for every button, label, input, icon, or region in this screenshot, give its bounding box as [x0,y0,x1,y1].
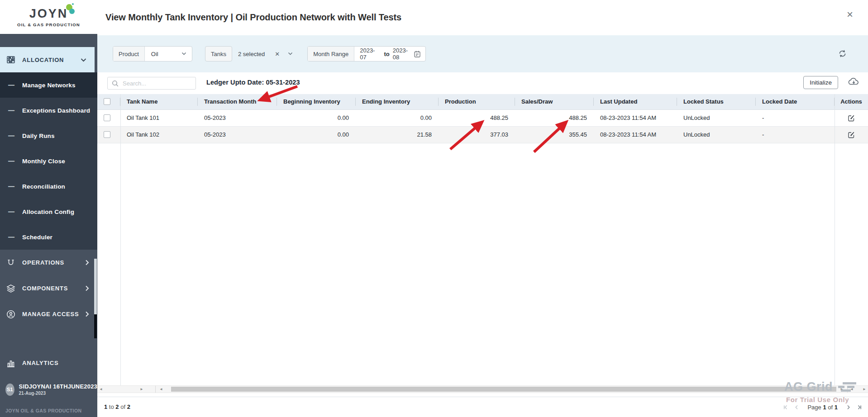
chevron-right-icon [85,260,89,265]
brand-logo-icon [66,3,78,17]
row-checkbox[interactable] [104,131,110,138]
table-row[interactable]: Oil Tank 102 05-2023 0.00 21.58 377.03 3… [97,126,868,143]
cell-transaction-month: 05-2023 [198,126,277,143]
tanks-filter-label: Tanks [205,46,232,62]
scroll-right-icon[interactable]: ► [838,386,845,393]
user-profile[interactable]: S1 SIDJOYNAI 16THJUNE2023 21-Aug-2023 [0,379,97,400]
sidebar-section-operations[interactable]: OPERATIONS [0,250,97,275]
layers-icon [6,284,16,294]
status-bar: 1 to 2 of 2 Page 1 of 1 [97,397,868,417]
column-header-sales-draw[interactable]: Sales/Draw [515,94,594,109]
initialize-button[interactable]: Initialize [803,76,838,89]
scroll-right-icon[interactable]: ► [861,386,868,393]
chevron-down-icon[interactable] [288,52,293,56]
refresh-icon[interactable] [838,49,847,58]
data-grid: Tank Name Transaction Month Beginning In… [97,94,868,385]
operations-icon [6,258,16,268]
scroll-left-icon[interactable]: ◄ [157,386,165,393]
search-icon [112,80,119,87]
column-header-last-updated[interactable]: Last Updated [594,94,677,109]
month-range-filter[interactable]: Month Range 2023-07 to 2023-08 [307,46,426,62]
sidebar-submenu: — Manage Networks — Exceptions Dashboard… [0,72,97,250]
last-page-icon[interactable] [857,405,862,410]
scrollbar-thumb[interactable] [171,387,836,392]
row-checkbox[interactable] [104,114,110,121]
next-page-icon[interactable] [847,405,850,410]
column-header-locked-status[interactable]: Locked Status [677,94,756,109]
sidebar-footer-label: JOYN OIL & GAS PRODUCTION [5,408,82,413]
page-of-word: of [828,404,833,411]
abacus-icon [6,55,16,65]
sidebar-item-exceptions-dashboard[interactable]: — Exceptions Dashboard [0,98,97,123]
sidebar-item-reconciliation[interactable]: — Reconciliation [0,174,97,199]
column-header-beginning-inventory[interactable]: Beginning Inventory [277,94,356,109]
clear-icon[interactable]: ✕ [275,51,280,57]
previous-page-icon[interactable] [795,405,798,410]
sidebar-item-monthly-close[interactable]: — Monthly Close [0,148,97,174]
pagination: Page 1 of 1 [783,397,863,417]
scroll-right-icon[interactable]: ► [138,386,145,393]
sidebar-section-manage-access[interactable]: MANAGE ACCESS [0,301,97,327]
cell-ending-inventory: 0.00 [356,109,439,126]
sidebar-item-manage-networks[interactable]: — Manage Networks [0,72,97,98]
sidebar-item-daily-runs[interactable]: — Daily Runs [0,123,97,148]
sidebar-item-label: Allocation Config [22,208,74,215]
scroll-left-icon[interactable]: ◄ [848,386,855,393]
sidebar-section-components[interactable]: COMPONENTS [0,275,97,301]
cell-last-updated: 08-23-2023 11:54 AM [594,126,677,143]
edit-icon[interactable] [848,114,855,122]
month-range-to[interactable]: 2023-08 [393,47,414,61]
search-input[interactable] [123,80,196,87]
product-filter[interactable]: Product Oil [113,46,192,62]
cell-beginning-inventory: 0.00 [277,109,356,126]
cell-sales-draw: 355.45 [515,126,594,143]
sidebar-section-label: ANALYTICS [22,360,97,366]
cloud-download-icon[interactable] [848,76,860,86]
chevron-right-icon [85,285,89,291]
sidebar-section-allocation[interactable]: ALLOCATION [0,47,95,72]
pinned-left-divider [120,94,121,385]
cell-production: 377.03 [439,126,515,143]
column-header-ending-inventory[interactable]: Ending Inventory [356,94,439,109]
column-header-tank-name[interactable]: Tank Name [120,94,198,109]
scrollbar-divider [155,386,156,393]
horizontal-scrollbar[interactable]: ◄ ► ◄ ► ◄ ► [97,385,868,393]
page-word: Page [807,404,821,411]
scroll-left-icon[interactable]: ◄ [97,386,105,393]
page-title: View Monthly Tank Inventory | Oil Produc… [105,12,401,23]
search-box[interactable] [107,77,196,90]
sidebar-section-analytics[interactable]: ANALYTICS [0,351,97,375]
column-header-locked-date[interactable]: Locked Date [756,94,835,109]
brand-logo[interactable]: JOYN OIL & GAS PRODUCTION [0,0,97,34]
sidebar-footer: JOYN OIL & GAS PRODUCTION [0,404,97,417]
first-page-icon[interactable] [783,405,788,410]
tank-inventory-table: Tank Name Transaction Month Beginning In… [97,94,868,143]
sidebar-item-scheduler[interactable]: — Scheduler [0,224,97,250]
user-name: SIDJOYNAI 16THJUNE2023 [19,383,97,390]
cell-sales-draw: 488.25 [515,109,594,126]
column-header-production[interactable]: Production [439,94,515,109]
close-icon[interactable]: × [847,9,853,20]
sidebar-section-label: COMPONENTS [22,285,85,292]
month-range-from[interactable]: 2023-07 [360,47,381,61]
sidebar-item-label: Reconciliation [22,183,65,190]
filter-bar: Product Oil Tanks 2 selected ✕ Month Ran… [97,35,868,72]
page-header: View Monthly Tank Inventory | Oil Produc… [97,0,868,35]
chevron-right-icon [85,311,89,317]
calendar-icon[interactable] [414,50,421,58]
table-row[interactable]: Oil Tank 101 05-2023 0.00 0.00 488.25 48… [97,109,868,126]
product-filter-label: Product [113,47,145,61]
total-pages: 1 [835,404,838,411]
sidebar-item-allocation-config[interactable]: — Allocation Config [0,199,97,224]
rows-from: 1 [104,403,107,410]
sidebar-section-label: MANAGE ACCESS [22,311,85,317]
edit-icon[interactable] [848,131,855,138]
column-header-transaction-month[interactable]: Transaction Month [198,94,277,109]
select-all-checkbox[interactable] [104,98,110,105]
tanks-filter-value[interactable]: 2 selected [238,51,265,57]
dash-icon: — [8,183,14,190]
sidebar-sections: OPERATIONS COMPONENTS [0,250,97,327]
cell-locked-status: UnLocked [677,126,756,143]
sidebar-scrollbar-thumb[interactable] [94,314,97,338]
avatar: S1 [5,384,14,396]
